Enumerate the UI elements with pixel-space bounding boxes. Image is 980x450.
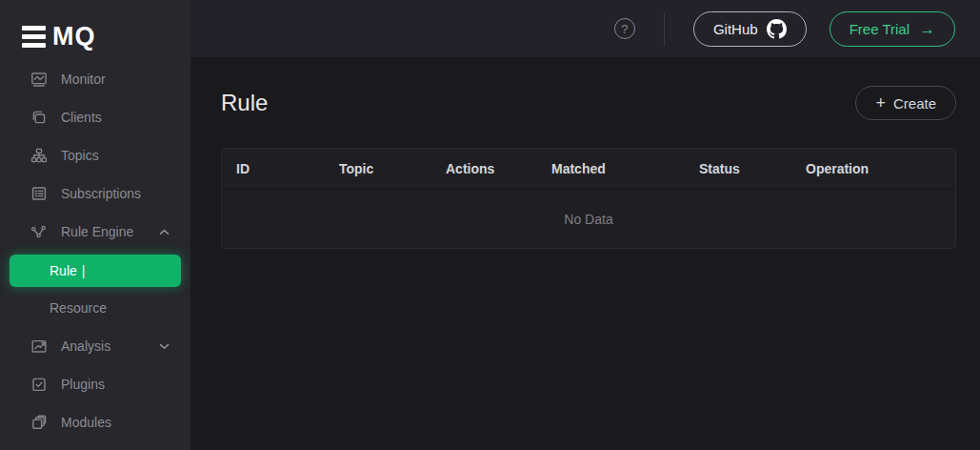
sidebar-item-label: Rule Engine [61,224,133,239]
help-icon[interactable]: ? [614,18,635,39]
free-trial-label: Free Trial [850,21,910,37]
table-header-topic: Topic [339,161,446,176]
github-button-label: GitHub [713,21,758,37]
title-row: Rule + Create [221,86,956,120]
sidebar-item-label: Rule [50,263,77,278]
sidebar-item-monitor[interactable]: Monitor [0,60,190,98]
sidebar-item-clients[interactable]: Clients [0,98,190,136]
clients-icon [30,109,48,126]
table-header-status: Status [699,161,806,176]
topbar: ? GitHub Free Trial → [190,0,980,57]
logo-text: MQ [52,24,96,50]
github-octocat-icon [767,19,787,39]
table-header-row: ID Topic Actions Matched Status Operatio… [222,149,955,190]
table-header-id: ID [236,161,339,176]
table-header-actions: Actions [446,161,551,176]
chevron-down-icon [159,343,170,350]
sidebar-item-rule[interactable]: Rule| [10,255,181,287]
arrow-right-icon: → [919,21,935,37]
subscriptions-icon [30,185,48,202]
sidebar-item-label: Plugins [61,377,105,392]
sidebar-item-label: Clients [61,110,102,125]
text-cursor: | [82,263,86,278]
analysis-icon [30,338,48,355]
main-content: Rule + Create ID Topic Actions Matched S… [190,57,980,450]
monitor-icon [30,71,48,88]
plugins-icon [30,376,48,393]
sidebar-nav: Monitor Clients Topics Subscriptions Rul [0,57,190,441]
modules-icon [30,414,48,431]
rules-table: ID Topic Actions Matched Status Operatio… [221,148,956,249]
sidebar-item-subscriptions[interactable]: Subscriptions [0,174,190,213]
sidebar-item-plugins[interactable]: Plugins [0,365,190,403]
emq-bars-icon [22,26,46,48]
plus-icon: + [875,94,886,112]
sidebar-item-analysis[interactable]: Analysis [0,327,190,365]
sidebar-item-label: Monitor [61,72,106,87]
chevron-up-icon [159,229,170,235]
sidebar-item-resource[interactable]: Resource [0,289,190,327]
sidebar-item-label: Subscriptions [61,186,141,201]
emq-logo: MQ [0,0,190,57]
table-header-matched: Matched [551,161,699,176]
sidebar-item-topics[interactable]: Topics [0,136,190,174]
sidebar-item-label: Resource [50,300,107,316]
sidebar-item-label: Analysis [61,338,110,354]
create-button[interactable]: + Create [855,86,956,120]
page-title: Rule [221,90,268,116]
rule-engine-icon [30,223,48,240]
table-header-operation: Operation [806,161,955,176]
sidebar-item-label: Modules [61,415,111,430]
free-trial-button[interactable]: Free Trial → [830,11,955,47]
topbar-divider [664,12,665,46]
sidebar-item-rule-engine[interactable]: Rule Engine [0,213,190,251]
sidebar-item-label: Topics [61,148,99,163]
sidebar-item-modules[interactable]: Modules [0,403,190,441]
table-empty-state: No Data [222,190,955,248]
topics-icon [30,147,48,164]
github-button[interactable]: GitHub [693,11,807,47]
sidebar: MQ Monitor Clients Topics Subscriptions [0,0,190,450]
create-button-label: Create [893,95,936,112]
